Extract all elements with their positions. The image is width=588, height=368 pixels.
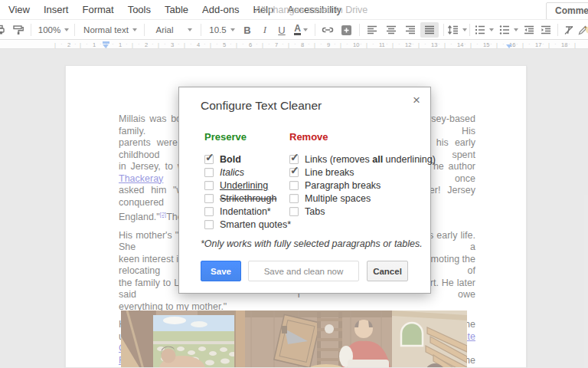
ruler-mark: · xyxy=(308,41,310,48)
menu-insert[interactable]: Insert xyxy=(37,4,76,15)
toolbar-separator xyxy=(315,24,315,36)
print-icon[interactable] xyxy=(0,22,6,38)
google-docs-window: ViewInsertFormatToolsTableAdd-onsHelpAcc… xyxy=(0,0,588,368)
numbered-list-icon[interactable] xyxy=(473,22,495,38)
ruler-mark: · xyxy=(178,41,180,48)
italic-button[interactable]: I xyxy=(258,22,272,38)
text-color-button[interactable]: A xyxy=(292,22,310,38)
unchecked-checkbox[interactable] xyxy=(204,168,214,177)
ruler-mark: · xyxy=(164,41,166,48)
mode-indicator-icon[interactable] xyxy=(585,22,588,38)
close-icon[interactable]: × xyxy=(413,93,420,108)
ruler-mark: | xyxy=(54,41,56,48)
paint-format-icon[interactable] xyxy=(11,22,26,38)
checkbox-label: Indentation* xyxy=(220,206,271,217)
bold-button[interactable]: B xyxy=(240,22,254,38)
remove-column: Remove Links (removes all underlining)Li… xyxy=(289,131,436,218)
ruler-mark: · xyxy=(554,41,557,48)
ruler-mark: · xyxy=(282,41,284,48)
menu-view[interactable]: View xyxy=(2,4,37,15)
unchecked-checkbox[interactable] xyxy=(289,207,299,216)
font-size-select[interactable]: 10.5 xyxy=(207,22,237,38)
ruler-mark: 14 xyxy=(457,41,463,48)
checkbox-label: Multiple spaces xyxy=(305,193,371,204)
unchecked-checkbox[interactable] xyxy=(204,207,214,216)
menu-bar: ViewInsertFormatToolsTableAdd-onsHelpAcc… xyxy=(0,0,588,19)
line-spacing-icon[interactable] xyxy=(447,22,467,38)
checkbox-label: Links (removes all underlining) xyxy=(305,154,436,165)
ruler-mark: · xyxy=(112,41,114,48)
bulleted-list-icon[interactable] xyxy=(498,22,519,38)
ruler-mark: 7 xyxy=(275,41,278,48)
ruler-mark: | xyxy=(418,41,420,48)
unchecked-checkbox[interactable] xyxy=(204,181,214,190)
ruler-mark: · xyxy=(528,41,531,48)
ruler-mark: · xyxy=(60,41,63,48)
toolbar-separator xyxy=(74,24,75,36)
ruler-mark: · xyxy=(568,41,570,48)
checked-checkbox[interactable] xyxy=(289,168,299,177)
comments-button[interactable]: Comments xyxy=(546,2,588,20)
checkbox-row: Strikethrough xyxy=(204,192,291,205)
checkbox-label: Line breaks xyxy=(305,167,354,178)
chevron-down-icon xyxy=(303,28,308,31)
ruler-mark: · xyxy=(242,41,244,48)
checked-checkbox[interactable] xyxy=(289,155,299,164)
menu-table[interactable]: Table xyxy=(158,4,195,15)
ruler-mark: | xyxy=(236,41,237,48)
insert-image-icon[interactable] xyxy=(338,22,354,38)
first-line-indent-marker[interactable] xyxy=(103,41,109,44)
zoom-select[interactable]: 100% xyxy=(37,22,70,38)
align-justify-icon[interactable] xyxy=(420,22,439,38)
ruler-mark: 10 xyxy=(353,41,359,48)
ruler-mark: · xyxy=(424,41,426,48)
toolbar-separator xyxy=(201,24,201,36)
ruler-mark: · xyxy=(542,41,544,48)
save-and-clean-now-button[interactable]: Save and clean now xyxy=(248,261,359,281)
decrease-indent-icon[interactable] xyxy=(521,22,537,38)
ruler-mark: · xyxy=(502,41,505,48)
unchecked-checkbox[interactable] xyxy=(204,220,214,229)
preserve-column: Preserve BoldItalicsUnderliningStrikethr… xyxy=(204,131,291,231)
menu-tools[interactable]: Tools xyxy=(121,4,158,15)
ruler-mark: | xyxy=(80,41,81,48)
menu-format[interactable]: Format xyxy=(75,4,120,15)
dialog-footnote: *Only works with fully selected paragrap… xyxy=(201,238,423,249)
checkbox-row: Multiple spaces xyxy=(289,192,436,205)
save-button[interactable]: Save xyxy=(201,261,241,281)
left-indent-marker[interactable] xyxy=(103,44,109,48)
ruler-mark: · xyxy=(516,41,518,48)
unchecked-checkbox[interactable] xyxy=(289,181,299,190)
configure-text-cleaner-dialog: × Configure Text Cleaner Preserve BoldIt… xyxy=(178,87,431,294)
paragraph-style-select[interactable]: Normal text xyxy=(80,22,141,38)
ruler-mark: · xyxy=(360,41,362,48)
increase-indent-icon[interactable] xyxy=(538,22,554,38)
underline-button[interactable]: U xyxy=(275,22,289,38)
ruler-mark: · xyxy=(74,41,77,48)
align-right-icon[interactable] xyxy=(402,22,419,38)
font-family-select[interactable]: Arial xyxy=(150,22,198,38)
ruler-mark: 3 xyxy=(171,41,174,48)
checkbox-row: Tabs xyxy=(289,205,436,218)
insert-link-icon[interactable] xyxy=(319,22,336,38)
right-indent-marker[interactable] xyxy=(506,44,512,48)
ruler-mark: · xyxy=(204,41,206,48)
save-status-text: All changes saved in Drive xyxy=(255,5,368,15)
cancel-button[interactable]: Cancel xyxy=(367,261,408,281)
toolbar-separator xyxy=(443,24,444,36)
checked-checkbox[interactable] xyxy=(204,155,214,164)
toolbar-separator xyxy=(144,24,145,36)
checkbox-row: Paragraph breaks xyxy=(289,179,436,192)
align-center-icon[interactable] xyxy=(383,22,400,38)
ruler-mark: 11 xyxy=(379,41,385,48)
clear-formatting-icon[interactable] xyxy=(561,22,577,38)
align-left-icon[interactable] xyxy=(364,22,381,38)
checkbox-row: Italics xyxy=(204,166,291,179)
ruler-mark: · xyxy=(230,41,232,48)
ruler-mark: · xyxy=(490,41,492,48)
ruler-mark: · xyxy=(438,41,440,48)
menu-add-ons[interactable]: Add-ons xyxy=(195,4,246,15)
unchecked-checkbox[interactable] xyxy=(289,194,299,203)
chevron-down-icon xyxy=(188,28,192,31)
unchecked-checkbox[interactable] xyxy=(204,194,214,203)
